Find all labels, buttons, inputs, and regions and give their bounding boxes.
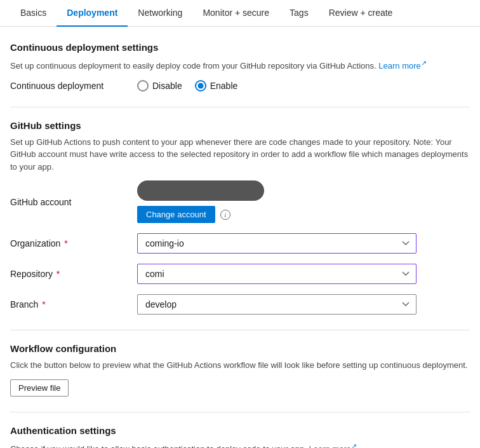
change-account-button[interactable]: Change account [137,206,215,223]
organization-select[interactable]: coming-io [137,233,417,254]
organization-row: Organization * coming-io [10,233,470,254]
github-settings-desc: Set up GitHub Actions to push content to… [10,136,470,173]
repository-row: Repository * comi [10,264,470,284]
continuous-deployment-row: Continuous deployment Disable Enable [10,80,470,92]
authentication-settings-title: Authentication settings [10,425,470,436]
repository-label: Repository * [10,269,137,279]
branch-select[interactable]: develop [137,294,417,315]
info-icon[interactable]: i [220,210,230,220]
continuous-deployment-learn-more[interactable]: Learn more↗ [378,61,426,71]
continuous-deployment-title: Continuous deployment settings [10,42,470,53]
continuous-deployment-label: Continuous deployment [10,81,137,91]
nav-tab-networking[interactable]: Networking [128,0,192,27]
main-content: Continuous deployment settings Set up co… [0,27,480,448]
external-link-icon: ↗ [421,59,427,67]
repository-select[interactable]: comi [137,264,417,284]
continuous-deployment-radio-group: Disable Enable [137,80,237,92]
workflow-configuration-desc: Click the button below to preview what t… [10,359,470,372]
continuous-deployment-section: Continuous deployment settings Set up co… [10,42,470,92]
github-account-pill [137,180,264,201]
authentication-settings-section: Authentication settings Choose if you wo… [10,425,470,448]
nav-tabs: BasicsDeploymentNetworkingMonitor + secu… [0,0,480,27]
disable-option[interactable]: Disable [137,80,182,92]
nav-tab-review-create[interactable]: Review + create [319,0,403,27]
github-account-control: Change account i [137,180,470,223]
repository-required: * [54,269,60,279]
authentication-settings-desc: Choose if you would like to allow basic … [10,441,470,448]
nav-tab-basics[interactable]: Basics [10,0,57,27]
nav-tab-deployment[interactable]: Deployment [57,0,128,27]
github-account-row: GitHub account Change account i [10,180,470,223]
branch-required: * [39,299,45,309]
workflow-configuration-title: Workflow configuration [10,343,470,354]
organization-control: coming-io [137,233,470,254]
auth-external-link-icon: ↗ [351,442,357,448]
disable-radio[interactable] [137,80,149,92]
github-settings-title: GitHub settings [10,120,470,131]
divider-2 [10,330,470,330]
continuous-deployment-desc: Set up continuous deployment to easily d… [10,58,470,72]
authentication-learn-more[interactable]: Learn more↗ [309,444,356,448]
change-account-row: Change account i [137,206,470,223]
branch-label: Branch * [10,299,137,309]
preview-file-button[interactable]: Preview file [10,379,69,397]
divider-3 [10,412,470,412]
repository-control: comi [137,264,470,284]
nav-tab-tags[interactable]: Tags [279,0,319,27]
organization-required: * [62,238,67,248]
workflow-configuration-section: Workflow configuration Click the button … [10,343,470,397]
github-settings-section: GitHub settings Set up GitHub Actions to… [10,120,470,315]
github-account-label: GitHub account [10,197,137,207]
branch-row: Branch * develop [10,294,470,315]
branch-control: develop [137,294,470,315]
divider-1 [10,107,470,107]
enable-option[interactable]: Enable [195,80,238,92]
enable-radio[interactable] [195,80,206,92]
nav-tab-monitor-secure[interactable]: Monitor + secure [192,0,279,27]
organization-label: Organization * [10,238,137,248]
